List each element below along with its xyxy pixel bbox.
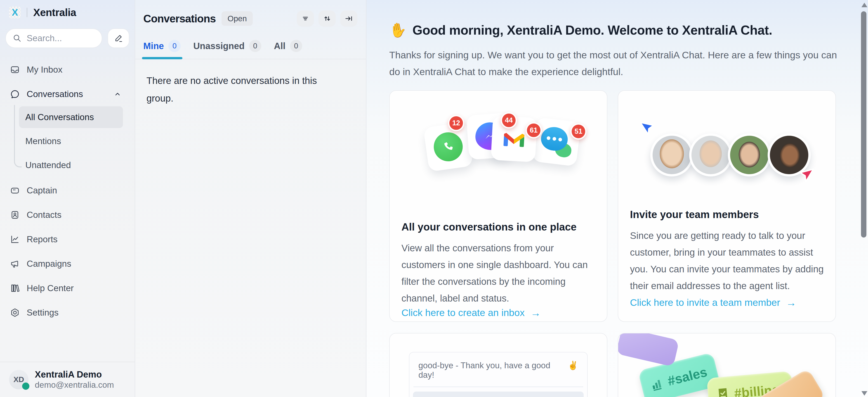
snippet-text: good-bye - Thank you, have a good day! bbox=[418, 361, 565, 380]
canned-response-item-highlighted[interactable]: greet - Good afternoon ✋ , how can we he… bbox=[413, 392, 584, 397]
arrow-right-icon: → bbox=[530, 307, 541, 319]
sidebar-item-label: Campaigns bbox=[27, 259, 71, 269]
team-member-avatar bbox=[689, 134, 732, 176]
notification-badge: 12 bbox=[448, 115, 464, 131]
inbox-icon bbox=[10, 65, 20, 75]
link-label: Click here to create an inbox bbox=[401, 307, 525, 318]
books-icon bbox=[10, 283, 20, 293]
sidebar-item-settings[interactable]: Settings bbox=[6, 301, 129, 325]
sidebar-item-label: Settings bbox=[27, 308, 59, 318]
chat-bubble-icon bbox=[10, 89, 20, 99]
page-title: ✋ Good morning, XentraliA Demo. Welcome … bbox=[389, 22, 868, 38]
brand-divider bbox=[27, 8, 27, 17]
sidebar-item-captain[interactable]: Captain bbox=[6, 178, 129, 203]
canned-response-item[interactable]: good-bye - Thank you, have a good day! ✌ bbox=[409, 352, 587, 387]
robot-icon bbox=[10, 186, 20, 195]
sidebar-item-label: Captain bbox=[27, 186, 57, 195]
whatsapp-tile bbox=[423, 122, 473, 172]
victory-hand-emoji: ✌ bbox=[568, 361, 578, 370]
sidebar-item-unattended[interactable]: Unattended bbox=[19, 154, 123, 176]
notification-badge: 61 bbox=[526, 122, 542, 138]
avatar-initials: XD bbox=[13, 375, 24, 384]
create-inbox-link[interactable]: Click here to create an inbox → bbox=[401, 307, 595, 319]
receipt-icon bbox=[716, 387, 730, 397]
card-conversations-in-one-place: 12 44 61 51 All your conversations in on… bbox=[389, 90, 608, 322]
sidebar-item-conversations[interactable]: Conversations bbox=[6, 82, 129, 106]
line-chart-icon bbox=[10, 234, 20, 244]
search-box[interactable] bbox=[5, 29, 102, 48]
avatar: XD bbox=[9, 370, 29, 389]
sidebar-item-label: Help Center bbox=[27, 283, 74, 293]
scrollbar-thumb[interactable] bbox=[861, 11, 866, 237]
tab-label: Unassigned bbox=[193, 41, 245, 51]
team-member-avatar bbox=[650, 134, 693, 176]
search-row bbox=[5, 29, 129, 48]
sidebar-item-campaigns[interactable]: Campaigns bbox=[6, 252, 129, 276]
sidebar-item-label: Contacts bbox=[27, 210, 61, 220]
filter-button[interactable] bbox=[297, 10, 314, 27]
tab-all[interactable]: All 0 bbox=[274, 40, 302, 59]
tab-count-badge: 0 bbox=[290, 40, 302, 52]
search-input[interactable] bbox=[26, 33, 95, 44]
tab-label: All bbox=[274, 41, 285, 51]
card-body: Since you are getting ready to talk to y… bbox=[630, 227, 825, 294]
sidebar-item-mentions[interactable]: Mentions bbox=[19, 130, 123, 152]
conversations-subtree: All Conversations Mentions Unattended bbox=[14, 106, 129, 176]
tag-label: #sales bbox=[666, 364, 708, 389]
team-avatars-illustration bbox=[618, 91, 835, 208]
user-profile[interactable]: XD XentraliA Demo demo@xentralia.com bbox=[0, 362, 135, 397]
tab-unassigned[interactable]: Unassigned 0 bbox=[193, 40, 261, 59]
sidebar-item-reports[interactable]: Reports bbox=[6, 227, 129, 252]
scrollbar bbox=[860, 0, 868, 397]
wave-emoji: ✋ bbox=[388, 21, 408, 39]
link-label: Click here to invite a team member bbox=[630, 297, 780, 308]
chat-bubbles-icon bbox=[539, 125, 574, 158]
sidebar-nav: My Inbox Conversations All Conversations… bbox=[0, 57, 135, 325]
onboarding-cards: 12 44 61 51 All your conversations in on… bbox=[389, 90, 868, 397]
main-content: ✋ Good morning, XentraliA Demo. Welcome … bbox=[366, 0, 868, 397]
invite-team-member-link[interactable]: Click here to invite a team member → bbox=[630, 296, 824, 309]
compose-pencil-icon bbox=[114, 33, 123, 43]
card-labels: #sales #billing #vip bbox=[618, 333, 836, 397]
card-title: All your conversations in one place bbox=[401, 221, 595, 233]
contact-card-icon bbox=[10, 210, 20, 220]
channel-icons-illustration: 12 44 61 51 bbox=[390, 91, 607, 221]
divider bbox=[413, 387, 583, 387]
sidebar-item-label: Unattended bbox=[25, 160, 71, 170]
compose-button[interactable] bbox=[107, 29, 129, 48]
sort-icon bbox=[323, 14, 331, 23]
tab-count-badge: 0 bbox=[168, 40, 181, 52]
user-email: demo@xentralia.com bbox=[35, 380, 114, 390]
arrow-right-icon: → bbox=[786, 296, 796, 309]
labels-illustration: #sales #billing #vip bbox=[618, 334, 835, 397]
conversation-tabs: Mine 0 Unassigned 0 All 0 bbox=[135, 40, 366, 59]
team-member-avatar bbox=[728, 134, 771, 176]
status-filter-badge[interactable]: Open bbox=[221, 11, 253, 26]
collapse-panel-button[interactable] bbox=[340, 10, 358, 27]
filter-icon bbox=[301, 14, 310, 23]
panel-title: Conversations bbox=[143, 12, 216, 25]
sidebar-item-all-conversations[interactable]: All Conversations bbox=[19, 106, 123, 128]
sidebar-item-contacts[interactable]: Contacts bbox=[6, 203, 129, 227]
sidebar-item-label: All Conversations bbox=[25, 112, 94, 122]
card-title: Invite your team members bbox=[630, 208, 824, 221]
logo-letter: X bbox=[12, 7, 18, 18]
card-canned-responses: good-bye - Thank you, have a good day! ✌… bbox=[389, 333, 608, 397]
megaphone-icon bbox=[10, 259, 20, 269]
gmail-icon bbox=[500, 128, 528, 150]
online-status-dot bbox=[22, 382, 29, 390]
search-icon bbox=[13, 34, 22, 43]
tab-count-badge: 0 bbox=[249, 40, 261, 52]
tab-label: Mine bbox=[143, 41, 164, 51]
app-logo[interactable]: X bbox=[9, 6, 21, 18]
collapse-panel-icon bbox=[344, 14, 353, 23]
chevron-up-icon bbox=[114, 90, 122, 98]
scrollbar-up-arrow[interactable] bbox=[862, 3, 867, 7]
sidebar-item-my-inbox[interactable]: My Inbox bbox=[6, 57, 129, 82]
sort-button[interactable] bbox=[318, 10, 336, 27]
tab-mine[interactable]: Mine 0 bbox=[143, 40, 181, 59]
sidebar-item-help-center[interactable]: Help Center bbox=[6, 276, 129, 301]
blue-cursor-icon bbox=[638, 118, 658, 138]
greeting-text: Good morning, XentraliA Demo. Welcome to… bbox=[412, 23, 772, 37]
scrollbar-down-arrow[interactable] bbox=[862, 391, 867, 396]
